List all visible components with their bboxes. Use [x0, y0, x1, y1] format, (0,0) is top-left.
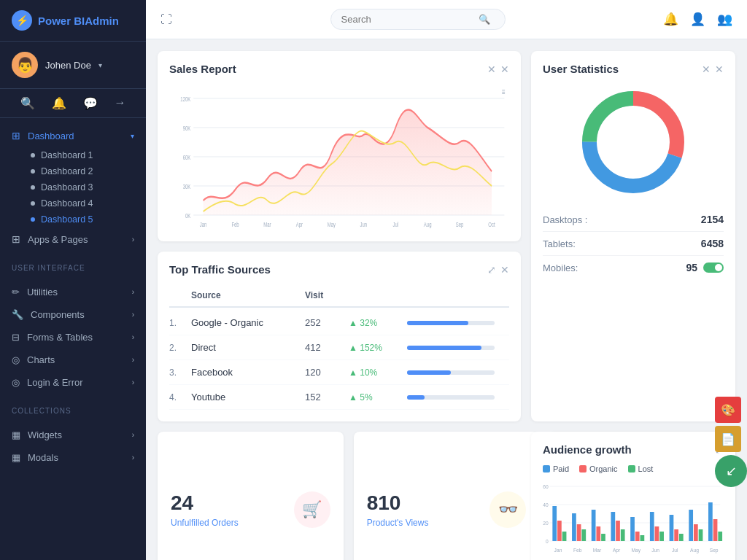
svg-text:0K: 0K — [185, 212, 190, 220]
traffic-sources-card: Top Traffic Sources ⤢ ✕ Source Visit 1. … — [158, 252, 521, 421]
sidebar-item-dashboard4[interactable]: Dashboard 4 — [0, 195, 146, 211]
fab-red-button[interactable]: 🎨 — [715, 397, 741, 423]
row2-pct: ▲ 152% — [349, 342, 407, 353]
svg-text:Sep: Sep — [456, 221, 464, 229]
stat-row-tablets: Tablets: 6458 — [543, 232, 724, 256]
user-icon[interactable]: 👤 — [690, 12, 705, 27]
svg-text:Mar: Mar — [263, 221, 271, 229]
expand-traffic-icon[interactable]: ⤢ — [487, 264, 496, 276]
chevron-m-icon: › — [132, 454, 134, 462]
sidebar-item-dashboard2[interactable]: Dashboard 2 — [0, 163, 146, 179]
svg-text:Feb: Feb — [231, 221, 239, 229]
close-icon[interactable]: ✕ — [500, 63, 509, 75]
svg-text:Jul: Jul — [672, 548, 678, 553]
svg-rect-35 — [562, 532, 567, 541]
svg-text:Jul: Jul — [392, 221, 398, 229]
nav-dot-d3 — [31, 185, 35, 190]
sidebar-item-dashboard[interactable]: ⊞ Dashboard ▾ — [0, 124, 146, 147]
sidebar-item-apps[interactable]: ⊞ Apps & Pages › — [0, 228, 146, 251]
sidebar-item-dashboard1[interactable]: Dashboard 1 — [0, 147, 146, 163]
svg-rect-47 — [640, 535, 645, 541]
stat-row-mobiles: Mobiles: 95 — [543, 256, 724, 279]
sales-chart-svg: 120K 90K 60K 30K 0K Jan Feb Mar Apr May … — [169, 84, 509, 230]
sidebar-item-dashboard3[interactable]: Dashboard 3 — [0, 179, 146, 195]
sidebar-icons-bar: 🔍 🔔 💬 → — [0, 89, 146, 118]
dashboard3-label: Dashboard 3 — [41, 182, 93, 192]
sidebar-item-login[interactable]: ◎ Login & Error › — [0, 371, 146, 394]
svg-rect-45 — [630, 517, 635, 541]
modals-icon: ▦ — [12, 452, 20, 463]
svg-rect-50 — [659, 532, 664, 541]
svg-text:90K: 90K — [183, 125, 191, 133]
svg-text:Aug: Aug — [690, 548, 699, 553]
sidebar-item-widgets[interactable]: ▦ Widgets › — [0, 424, 146, 446]
audience-growth-card: Audience growth ⤢ Paid Organic Lost — [531, 432, 735, 560]
chat-icon[interactable]: 💬 — [83, 96, 98, 110]
audience-title: Audience growth — [543, 443, 632, 456]
collections-nav: ▦ Widgets › ▦ Modals › — [0, 418, 146, 475]
row2-visit: 412 — [305, 342, 349, 353]
user-stats-actions: ✕ ✕ — [702, 63, 724, 75]
svg-text:Aug: Aug — [424, 221, 432, 229]
chevron-apps-icon: › — [132, 236, 134, 244]
nav-dot-d2 — [31, 169, 35, 174]
avatar: 👨 — [12, 52, 38, 78]
svg-rect-49 — [655, 526, 659, 541]
sidebar-item-charts[interactable]: ◎ Charts › — [0, 349, 146, 371]
minimize-icon[interactable]: ✕ — [487, 63, 496, 75]
desktops-value: 2154 — [701, 214, 724, 225]
binoculars-icon: 👓 — [498, 500, 518, 519]
sidebar-item-forms[interactable]: ⊟ Forms & Tables › — [0, 326, 146, 349]
sales-report-card: Sales Report ✕ ✕ 120K 90K 60K — [158, 51, 521, 241]
dashboard4-label: Dashboard 4 — [41, 198, 93, 209]
close-traffic-icon[interactable]: ✕ — [500, 264, 509, 276]
minimize2-icon[interactable]: ✕ — [702, 63, 711, 75]
app-title: Power BIAdmin — [38, 15, 119, 27]
sidebar-item-components[interactable]: 🔧 Components › — [0, 303, 146, 326]
utilities-icon: ✏ — [12, 287, 20, 298]
user-name: Johen Doe — [45, 60, 91, 71]
svg-rect-39 — [592, 510, 596, 541]
svg-rect-37 — [577, 524, 581, 541]
user-profile[interactable]: 👨 Johen Doe ▾ — [0, 42, 146, 89]
fab-yellow-button[interactable]: 📄 — [715, 426, 741, 452]
svg-text:Jun: Jun — [651, 548, 659, 553]
avatar-image: 👨 — [16, 56, 34, 74]
mobiles-toggle[interactable] — [703, 262, 724, 273]
views-label: Product's Views — [367, 518, 429, 528]
svg-text:May: May — [328, 221, 336, 229]
nav-dot-d4 — [31, 201, 35, 206]
close2-icon[interactable]: ✕ — [715, 63, 724, 75]
fab-green-button[interactable]: ↙ — [715, 455, 747, 487]
settings-icon[interactable]: 👥 — [717, 12, 732, 27]
svg-text:Jun: Jun — [360, 221, 367, 229]
main-nav: ⊞ Dashboard ▾ Dashboard 1 Dashboard 2 Da… — [0, 118, 146, 257]
donut-chart-container — [543, 84, 724, 201]
traffic-header: Top Traffic Sources ⤢ ✕ — [169, 263, 509, 276]
col-source-header: Source — [191, 290, 305, 300]
search-box[interactable]: 🔍 — [330, 9, 506, 30]
svg-text:40: 40 — [543, 502, 549, 508]
user-stats-header: User Statistics ✕ ✕ — [543, 63, 724, 75]
sidebar-item-dashboard5[interactable]: Dashboard 5 — [0, 211, 146, 228]
bell-icon[interactable]: 🔔 — [52, 96, 66, 110]
svg-text:Jan: Jan — [554, 548, 562, 553]
audience-chart-svg: 60 40 20 0 — [543, 479, 724, 560]
sidebar-item-utilities[interactable]: ✏ Utilities › — [0, 281, 146, 303]
nav-dot-d1 — [31, 153, 35, 158]
svg-text:30K: 30K — [183, 183, 191, 191]
svg-text:Feb: Feb — [573, 548, 582, 553]
row1-bar — [407, 321, 509, 325]
chevron-u-icon: › — [132, 288, 134, 296]
search-input[interactable] — [341, 14, 473, 25]
row3-source: Facebook — [191, 367, 305, 378]
organic-color — [579, 465, 587, 472]
notification-icon[interactable]: 🔔 — [663, 12, 678, 27]
row1-visit: 252 — [305, 317, 349, 328]
search-icon[interactable]: 🔍 — [20, 96, 35, 110]
col-bar-header — [407, 290, 509, 300]
sidebar-item-modals[interactable]: ▦ Modals › — [0, 446, 146, 469]
expand-icon[interactable]: ⛶ — [160, 13, 172, 26]
logout-icon[interactable]: → — [115, 96, 126, 110]
row4-source: Youtube — [191, 392, 305, 402]
